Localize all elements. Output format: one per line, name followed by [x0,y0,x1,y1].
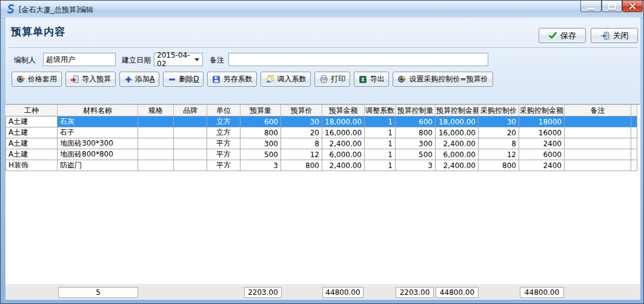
table-cell[interactable]: H装饰 [6,160,58,171]
column-header[interactable]: 采购控制价 [479,105,519,117]
table-cell[interactable]: 800 [479,160,519,171]
column-header[interactable]: 采购控制金额 [519,105,565,117]
table-cell[interactable] [138,138,174,149]
table-cell[interactable]: A土建 [6,149,58,160]
column-header[interactable]: 预算金额 [322,105,365,117]
table-cell[interactable]: A土建 [6,127,58,138]
toolbar-button-save-as-coefficient[interactable]: 另存系数 [207,72,257,87]
table-cell[interactable]: 1 [365,127,396,138]
table-cell[interactable]: 12 [281,149,322,160]
table-cell[interactable]: 立方 [207,117,241,127]
table-cell[interactable]: 8 [281,138,322,149]
table-cell[interactable]: 16,000.00 [322,127,365,138]
table-cell[interactable] [631,127,637,138]
table-cell[interactable]: 800 [241,127,281,138]
table-cell[interactable]: 30 [479,117,519,127]
table-cell[interactable] [565,149,631,160]
creator-input[interactable] [43,53,116,66]
table-cell[interactable] [138,117,174,127]
table-cell[interactable]: 12 [479,149,519,160]
toolbar-button-import-budget[interactable]: 导入预算 [65,72,116,87]
table-cell[interactable]: 20 [479,127,519,138]
column-header[interactable]: 材料名称 [58,105,138,117]
column-header[interactable]: 预算价 [281,105,322,117]
table-cell[interactable] [565,138,631,149]
table-cell[interactable]: 3 [396,160,436,171]
table-cell[interactable]: 20 [281,127,322,138]
table-cell[interactable]: 800 [281,160,322,171]
table-cell[interactable]: 地面砖300*300 [58,138,138,149]
table-cell[interactable]: 8 [479,138,519,149]
close-window-button[interactable] [622,1,643,12]
table-cell[interactable]: 2,400.00 [322,138,365,149]
column-header[interactable]: 调整系数 [365,105,396,117]
table-cell[interactable]: 2,400.00 [322,160,365,171]
table-cell[interactable] [174,127,207,138]
minimize-button[interactable] [580,1,602,12]
table-cell[interactable] [565,160,631,171]
table-row[interactable]: A土建石灰立方6003018,000.00160018,000.00301800… [6,117,637,127]
table-cell[interactable] [565,127,631,138]
table-cell[interactable] [631,160,637,171]
table-cell[interactable] [174,160,207,171]
table-cell[interactable]: 500 [396,149,436,160]
table-cell[interactable]: A土建 [6,138,58,149]
table-cell[interactable]: 300 [396,138,436,149]
table-cell[interactable]: 600 [241,117,281,127]
table-cell[interactable]: 2,400.00 [436,160,479,171]
maximize-button[interactable] [602,1,622,12]
table-cell[interactable]: 30 [281,117,322,127]
table-cell[interactable]: 6,000.00 [322,149,365,160]
table-cell[interactable] [174,138,207,149]
table-cell[interactable]: 300 [241,138,281,149]
table-cell[interactable]: 2,400.00 [436,138,479,149]
table-cell[interactable] [174,149,207,160]
table-cell[interactable]: A土建 [6,117,58,127]
table-cell[interactable]: 16,000.00 [436,127,479,138]
table-cell[interactable] [631,117,637,127]
close-button[interactable]: 关闭 [591,28,638,43]
date-dropdown[interactable]: 2015-04-02 [154,53,203,66]
toolbar-button-set-purchase-control-price[interactable]: 设置采购控制价=预算价 [393,72,493,87]
title-bar[interactable]: [金石大厦_总预算]编辑 [1,1,643,18]
toolbar-button-apply-price[interactable]: 价格套用 [12,72,62,87]
column-header[interactable]: 预算控制金额 [436,105,479,117]
toolbar-button-delete[interactable]: 删除D [163,72,204,87]
toolbar-button-export[interactable]: 导出 [354,72,389,87]
column-header[interactable]: 预算控制量 [396,105,436,117]
table-cell[interactable]: 地面砖800*800 [58,149,138,160]
column-header[interactable]: 预算量 [241,105,281,117]
table-cell[interactable]: 立方 [207,127,241,138]
table-cell[interactable]: 16000 [519,127,565,138]
note-input[interactable] [228,53,488,66]
table-row[interactable]: A土建地面砖800*800平方500126,000.0015006,000.00… [6,149,637,160]
table-cell[interactable] [631,149,637,160]
table-cell[interactable] [565,117,631,127]
toolbar-button-add[interactable]: 添加A [119,72,159,87]
table-cell[interactable]: 1 [365,138,396,149]
table-cell[interactable] [138,127,174,138]
table-cell[interactable]: 石灰 [58,117,138,127]
column-header[interactable]: 单位 [207,105,241,117]
table-cell[interactable]: 18000 [519,117,565,127]
table-cell[interactable]: 平方 [207,138,241,149]
table-cell[interactable]: 平方 [207,160,241,171]
column-header[interactable]: 品牌 [174,105,207,117]
column-header[interactable]: 规格 [138,105,174,117]
table-row[interactable]: H装饰防盗门平方38002,400.00132,400.008002400 [6,160,637,171]
table-cell[interactable] [138,149,174,160]
save-button[interactable]: 保存 [539,28,586,43]
table-row[interactable]: A土建石子立方8002016,000.00180016,000.00201600… [6,127,637,138]
table-cell[interactable]: 18,000.00 [436,117,479,127]
toolbar-button-load-coefficient[interactable]: 调入系数 [261,72,311,87]
table-cell[interactable]: 1 [365,117,396,127]
table-cell[interactable]: 6,000.00 [436,149,479,160]
table-cell[interactable]: 500 [241,149,281,160]
column-header[interactable]: 工种 [6,105,58,117]
table-cell[interactable]: 3 [241,160,281,171]
table-cell[interactable]: 800 [396,127,436,138]
table-cell[interactable] [138,160,174,171]
table-row[interactable]: A土建地面砖300*300平方30082,400.0013002,400.008… [6,138,637,149]
table-cell[interactable]: 平方 [207,149,241,160]
table-cell[interactable] [631,138,637,149]
